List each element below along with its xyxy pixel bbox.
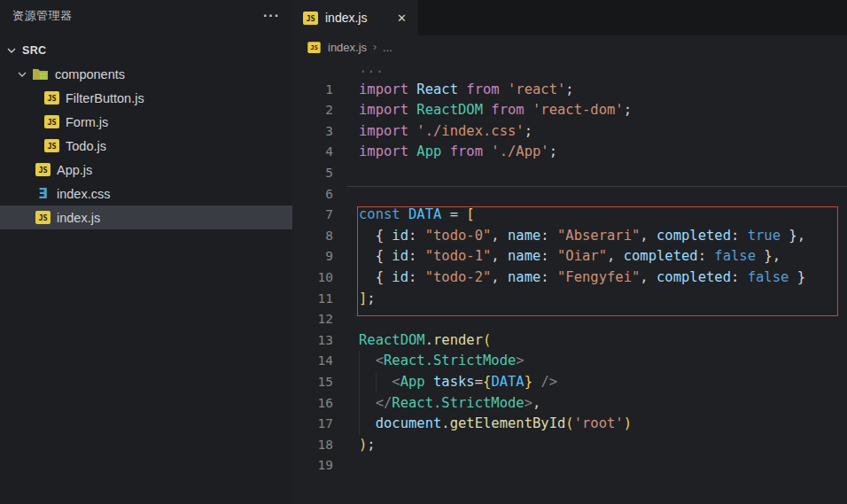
line-number[interactable]: 14 (292, 351, 333, 372)
code-line-text: <React.StrictMode> (359, 351, 525, 372)
line-number[interactable]: 6 (292, 184, 333, 205)
tree-item-label: FilterButton.js (66, 91, 144, 105)
code-line[interactable]: 4import App from './App'; (292, 142, 847, 163)
file-tree: componentsJSFilterButton.jsJSForm.jsJSTo… (0, 62, 292, 229)
code-line[interactable]: 10 { id: "todo-2", name: "Fengyfei", com… (292, 268, 847, 289)
js-file-icon: JS (44, 115, 59, 128)
js-file-icon: JS (303, 12, 318, 25)
code-line-text: import React from 'react'; (359, 80, 574, 101)
chevron-down-icon (5, 44, 18, 57)
line-number[interactable]: 5 (292, 163, 333, 184)
code-line-text: ); (359, 435, 376, 456)
code-line[interactable]: 12 (292, 309, 847, 330)
line-number[interactable]: 8 (292, 226, 333, 247)
tab-label: index.js (325, 11, 387, 25)
indent-guide (359, 351, 360, 372)
section-header-src[interactable]: SRC (0, 39, 292, 62)
code-line-text: import ReactDOM from 'react-dom'; (359, 100, 632, 121)
line-number[interactable]: 4 (292, 142, 333, 163)
chevron-right-icon: › (373, 41, 377, 53)
code-line[interactable]: 8 { id: "todo-0", name: "Abserari", comp… (292, 226, 847, 247)
indent-guide (359, 372, 360, 393)
line-number[interactable]: 19 (292, 455, 333, 477)
line-number[interactable]: 7 (292, 205, 333, 226)
code-line-text: const DATA = [ (359, 205, 475, 226)
code-line[interactable]: 3import './index.css'; (292, 121, 847, 143)
tree-item-label: Form.js (66, 115, 108, 129)
line-number[interactable]: 2 (292, 100, 333, 121)
tree-item-app-js[interactable]: JSApp.js (0, 158, 292, 182)
explorer-title: 资源管理器 (12, 8, 73, 24)
breadcrumb: JS index.js › ... (292, 35, 847, 58)
code-line[interactable]: 18); (292, 435, 847, 456)
code-line[interactable]: 19 (292, 455, 847, 477)
section-label: SRC (22, 44, 46, 57)
line-number[interactable]: 18 (292, 435, 333, 456)
tree-item-todo-js[interactable]: JSTodo.js (0, 134, 292, 158)
explorer-sidebar: 资源管理器 ··· SRC componentsJSFilterButton.j… (0, 0, 292, 504)
tree-item-label: App.js (57, 163, 92, 177)
chevron-down-icon (16, 68, 28, 81)
code-line-text: ReactDOM.render( (359, 330, 491, 352)
code-line-text: </React.StrictMode>, (359, 393, 540, 415)
js-file-icon: JS (44, 139, 59, 152)
tree-item-form-js[interactable]: JSForm.js (0, 110, 292, 134)
code-line[interactable]: 6 (292, 184, 847, 205)
line-number[interactable]: 16 (292, 393, 333, 415)
more-actions-icon[interactable]: ··· (263, 12, 280, 20)
tab-index-js[interactable]: JS index.js ✕ (292, 0, 418, 35)
tree-item-components[interactable]: components (0, 62, 292, 86)
line-number[interactable]: 15 (292, 372, 333, 393)
folder-components-icon (32, 67, 49, 81)
code-line[interactable]: 14 <React.StrictMode> (292, 351, 847, 372)
line-number[interactable]: 3 (292, 121, 333, 143)
folded-region-hint[interactable]: ... (292, 58, 847, 80)
tree-item-index-js[interactable]: JSindex.js (0, 205, 292, 229)
css-file-icon: Ǝ (35, 187, 51, 201)
tree-item-filterbutton-js[interactable]: JSFilterButton.js (0, 86, 292, 110)
code-line[interactable]: 9 { id: "todo-1", name: "Oiar", complete… (292, 246, 847, 268)
code-line[interactable]: 16 </React.StrictMode>, (292, 393, 847, 415)
close-icon[interactable]: ✕ (394, 10, 409, 27)
line-number[interactable]: 1 (292, 80, 333, 101)
tree-item-label: components (55, 67, 125, 81)
code-line[interactable]: 15 <App tasks={DATA} /> (292, 372, 847, 393)
code-line[interactable]: 5 (292, 163, 847, 184)
breadcrumb-symbol-ellipsis[interactable]: ... (383, 41, 392, 54)
tab-bar: JS index.js ✕ (292, 0, 847, 35)
line-number[interactable]: 10 (292, 268, 333, 289)
code-line[interactable]: 2import ReactDOM from 'react-dom'; (292, 100, 847, 121)
js-file-icon: JS (44, 91, 59, 105)
code-line-text: import App from './App'; (359, 142, 557, 163)
vscode-window: 资源管理器 ··· SRC componentsJSFilterButton.j… (0, 0, 847, 504)
line-number[interactable]: 13 (292, 330, 333, 352)
js-file-icon: JS (35, 163, 51, 176)
code-line[interactable]: 11]; (292, 289, 847, 310)
tree-item-index-css[interactable]: Ǝindex.css (0, 182, 292, 205)
line-number[interactable]: 17 (292, 414, 333, 435)
editor-group: JS index.js ✕ JS index.js › ... ... 1imp… (292, 0, 847, 504)
code-line[interactable]: 1import React from 'react'; (292, 80, 847, 101)
breadcrumb-file[interactable]: index.js (328, 41, 367, 54)
indent-guide (359, 393, 360, 415)
code-editor[interactable]: ... 1import React from 'react';2import R… (292, 58, 847, 504)
fold-ellipsis[interactable]: ... (359, 58, 384, 80)
code-line-text: { id: "todo-0", name: "Abserari", comple… (359, 226, 805, 247)
line-number[interactable]: 9 (292, 246, 333, 268)
section-divider-line (347, 186, 847, 187)
code-line-text: { id: "todo-2", name: "Fengyfei", comple… (359, 268, 805, 289)
indent-guide (376, 372, 377, 393)
code-line-text: ]; (359, 289, 376, 310)
code-line-text: <App tasks={DATA} /> (359, 372, 557, 393)
code-line[interactable]: 17 document.getElementById('root') (292, 414, 847, 435)
explorer-title-row: 资源管理器 ··· (0, 0, 292, 32)
code-line[interactable]: 13ReactDOM.render( (292, 330, 847, 352)
tree-item-label: Todo.js (66, 139, 106, 153)
tree-item-label: index.css (57, 187, 110, 201)
tree-item-label: index.js (57, 211, 100, 225)
line-number[interactable]: 11 (292, 289, 333, 310)
code-line[interactable]: 7const DATA = [ (292, 205, 847, 226)
indent-guide (359, 414, 360, 435)
line-number[interactable]: 12 (292, 309, 333, 330)
js-file-icon: JS (35, 211, 51, 224)
